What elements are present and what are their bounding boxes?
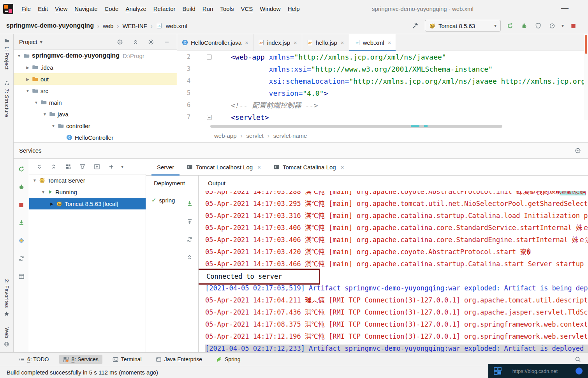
breadcrumb-item-web-xml[interactable]: web.xml [166,23,187,29]
close-tab-icon[interactable]: × [341,164,344,171]
breadcrumb-item-web[interactable]: web [103,23,114,29]
tool-button-1-project[interactable]: 1: Project [4,38,10,70]
deployment-label[interactable]: Deployment [146,176,198,191]
close-tab-icon[interactable]: × [294,39,297,46]
tree-toggle-icon[interactable]: ▼ [42,112,48,116]
editor-tab-hellocontroller-java[interactable]: CHelloController.java× [177,34,254,51]
tree-node-out[interactable]: ▶out [14,73,177,85]
tree-node-tomcat-server[interactable]: ▼Tomcat Server [29,174,146,186]
run-config-select[interactable]: Tomcat 8.5.63 ▾ [425,20,501,32]
hide-panel-button[interactable] [162,37,171,47]
tree-toggle-icon[interactable]: ▶ [49,202,55,206]
close-tab-icon[interactable]: × [341,39,344,46]
add-service-button[interactable] [92,162,102,171]
chevron-down-icon[interactable]: ▾ [40,39,42,45]
menu-view[interactable]: View [51,4,71,14]
services-tab-tomcat-catalina-log[interactable]: Tomcat Catalina Log× [268,159,350,175]
fold-marker-icon[interactable]: − [207,115,212,120]
close-tab-icon[interactable]: × [388,39,391,46]
menu-file[interactable]: File [18,4,34,14]
undeploy-artifact-button[interactable] [185,217,194,226]
deploy-artifact-button[interactable] [185,199,194,208]
hotswap-button[interactable] [17,236,26,245]
tool-button-2-favorites[interactable]: 2: Favorites [4,279,10,316]
editor-tab-index-jsp[interactable]: JSPindex.jsp× [254,34,302,51]
editor-tab-hello-jsp[interactable]: JSPhello.jsp× [302,34,349,51]
xml-breadcrumb-servlet-name[interactable]: servlet-name [273,132,307,139]
menu-navigate[interactable]: Navigate [71,4,101,14]
fold-marker-icon[interactable]: − [207,55,212,60]
output-label[interactable]: Output [199,176,588,191]
editor-tab-web-xml[interactable]: </>web.xml× [349,34,396,51]
collapse-all-button[interactable] [131,37,140,47]
stop-server-button[interactable] [17,200,26,209]
group-by-button[interactable] [63,162,73,171]
menu-code[interactable]: Code [101,4,122,14]
menu-refactor[interactable]: Refactor [150,4,179,14]
close-tab-icon[interactable]: × [257,164,261,171]
filter-button[interactable] [78,162,87,171]
debug-server-button[interactable] [17,182,26,192]
debug-button[interactable] [519,21,529,30]
rerun-application-button[interactable] [505,21,515,30]
services-options-icon[interactable] [573,146,583,155]
menu-help[interactable]: Help [284,4,303,14]
code-area[interactable]: 2−<web-app xmlns="http://xmlns.jcp.org/x… [177,51,588,124]
tree-toggle-icon[interactable]: ▼ [33,100,39,105]
expand-all-button[interactable] [35,162,44,171]
minimize-button[interactable]: — [556,0,573,18]
tree-node-running[interactable]: ▼Running [29,186,146,198]
refresh-deployment-button[interactable] [185,235,194,244]
close-tab-icon[interactable]: × [245,39,248,46]
menu-window[interactable]: Window [256,4,284,14]
tool-window-button-java-enterprise[interactable]: Java Enterprise [152,355,206,364]
search-icon[interactable] [573,355,583,364]
build-hammer-button[interactable] [411,21,420,30]
breadcrumb-item-springmvc-demo-yuyongqing[interactable]: springmvc-demo-yuyongqing [6,22,94,29]
tree-toggle-icon[interactable]: ▶ [25,77,31,81]
add-configuration-button[interactable] [107,162,116,171]
tree-node-tomcat-8-5-63-local[interactable]: ▶Tomcat 8.5.63 [local] [29,198,146,209]
menu-build[interactable]: Build [179,4,199,14]
stop-button[interactable] [569,21,578,30]
services-tab-server[interactable]: Server [151,159,180,175]
menu-run[interactable]: Run [199,4,217,14]
tree-toggle-icon[interactable]: ▶ [25,65,31,70]
deploy-all-button[interactable] [17,218,26,227]
xml-breadcrumb-web-app[interactable]: web-app [214,132,237,139]
project-panel-title[interactable]: Project [19,39,37,45]
tree-node-main[interactable]: ▼main [14,97,177,108]
tool-button-web[interactable]: Web [4,327,10,347]
layout-options-button[interactable] [17,272,26,281]
tree-toggle-icon[interactable]: ▼ [32,178,38,183]
scrollbar-thumb[interactable] [210,125,502,128]
menu-tools[interactable]: Tools [217,4,237,14]
tool-window-button-terminal[interactable]: Terminal [109,355,146,364]
tool-window-button-6-todo[interactable]: 6: TODO [15,355,53,364]
tree-node-hellocontroller[interactable]: CHelloController [14,132,177,142]
refresh-button[interactable] [17,254,26,263]
horizontal-scrollbar[interactable] [177,124,588,129]
tree-node-controller[interactable]: ▼controller [14,120,177,132]
tool-button-7-structure[interactable]: 7: Structure [4,81,10,117]
tool-window-button-8-services[interactable]: 8: Services [59,355,102,364]
editor-scrollbar[interactable] [584,34,588,120]
locate-file-button[interactable] [115,37,125,47]
tree-node-java[interactable]: ▼java [14,108,177,120]
chevron-down-icon[interactable]: ▾ [562,23,564,28]
xml-breadcrumb-servlet[interactable]: servlet [246,132,264,139]
menu-vcs[interactable]: VCS [237,4,256,14]
tool-window-button-spring[interactable]: Spring [212,355,244,364]
console-output[interactable]: 05-Apr-2021 14:17:03.288 淇℃伅 [main] org.… [199,191,588,352]
rerun-server-button[interactable] [17,164,26,174]
menu-analyze[interactable]: Analyze [122,4,150,14]
tree-node-springmvc-demo-yuyongqing[interactable]: ▼springmvc-demo-yuyongqingD:\Progr [14,50,177,62]
services-tab-tomcat-localhost-log[interactable]: Tomcat Localhost Log× [181,159,266,175]
tree-node-src[interactable]: ▼src [14,85,177,97]
tree-toggle-icon[interactable]: ▼ [40,190,46,194]
tree-toggle-icon[interactable]: ▼ [16,54,22,58]
tree-toggle-icon[interactable]: ▼ [25,89,31,93]
collapse-all-button[interactable] [49,162,58,171]
breadcrumb-item-web-inf[interactable]: WEB-INF [122,23,147,29]
tree-toggle-icon[interactable]: ▼ [50,124,56,128]
